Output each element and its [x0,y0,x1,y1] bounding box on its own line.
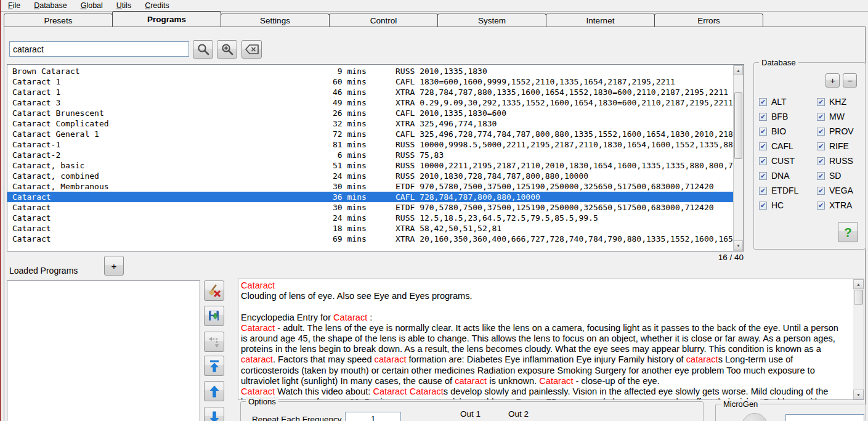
program-duration: 26 mins [333,108,368,118]
add-loaded-program-button[interactable]: + [104,256,124,276]
checkbox-checked-icon[interactable]: ✔ [817,187,825,195]
search-input[interactable] [9,41,189,57]
database-checkbox-mw[interactable]: ✔MW [817,112,854,121]
database-checkbox-xtra[interactable]: ✔XTRA [817,201,854,210]
checkbox-checked-icon[interactable]: ✔ [759,128,767,136]
scrollbar-thumb[interactable] [734,92,742,159]
database-checkbox-cust[interactable]: ✔CUST [759,157,798,165]
checkbox-checked-icon[interactable]: ✔ [759,157,767,165]
scroll-up-button[interactable]: ▲ [734,65,743,75]
database-checkbox-khz[interactable]: ✔KHZ [817,97,854,106]
tab-presets[interactable]: Presets [4,14,113,27]
checkbox-checked-icon[interactable]: ✔ [759,113,767,121]
program-name: Cataract [12,213,333,223]
checkbox-checked-icon[interactable]: ✔ [817,202,825,210]
program-row[interactable]: Cataract30 minsETDF 970,5780,7500,37500,… [7,202,733,213]
save-floppy-icon [207,309,222,324]
database-checkbox-cafl[interactable]: ✔CAFL [759,142,798,150]
program-list-scrollbar[interactable]: ▲ ▼ [733,65,744,251]
tab-settings[interactable]: Settings [221,14,330,27]
program-row[interactable]: Cataract Complicated32 minsXTRA 325,496,… [7,118,733,129]
program-frequencies: CAFL 2010,1335,1830=600 [395,108,733,118]
checkbox-checked-icon[interactable]: ✔ [817,113,825,121]
database-checkbox-rife[interactable]: ✔RIFE [817,142,854,150]
program-row[interactable]: Cataract24 minsRUSS 12.5,18.5,23,64.5,72… [7,213,733,223]
scroll-up-button[interactable]: ▲ [853,279,864,289]
database-checkbox-bfb[interactable]: ✔BFB [759,112,798,121]
program-row[interactable]: Cataract 349 minsXTRA 0.29,9.09,30,292,1… [7,97,733,108]
checkbox-checked-icon[interactable]: ✔ [759,98,767,106]
description-text-segment: Watch this video about: [275,386,373,396]
menu-item-global[interactable]: Global [78,1,105,10]
out2-label: Out 2 [508,409,529,419]
program-row[interactable]: Cataract69 minsXTRA 20,160,350,360,400,6… [7,234,733,244]
checkbox-checked-icon[interactable]: ✔ [759,202,767,210]
search-button[interactable] [193,40,213,59]
help-button[interactable]: ? [838,222,858,242]
program-name: Cataract-2 [12,150,333,160]
move-to-top-button[interactable] [204,356,224,376]
transfer-program-button-disabled[interactable] [204,332,224,352]
checkbox-checked-icon[interactable]: ✔ [817,142,825,150]
microgen-input[interactable] [785,414,864,421]
zoom-search-button[interactable] [217,40,237,59]
move-up-button[interactable] [204,381,224,401]
program-row[interactable]: Cataract 160 minsCAFL 1830=600,1600,9999… [7,76,733,87]
description-text-segment: Cataract [539,376,573,386]
clear-loaded-button[interactable] [204,280,224,301]
description-scrollbar[interactable]: ▲ ▼ [853,279,864,399]
scrollbar-thumb[interactable] [854,290,863,305]
database-checkbox-sd[interactable]: ✔SD [817,171,854,180]
description-text-segment: Cataract [333,313,367,322]
menu-item-utils[interactable]: Utils [114,1,134,10]
program-list[interactable]: Brown Cataract 9 minsRUSS 2010,1335,1830… [7,64,744,251]
database-checkbox-bio[interactable]: ✔BIO [759,127,798,136]
repeat-each-frequency-input[interactable] [345,412,401,421]
program-row[interactable]: Cataract, Membranous30 minsETDF 970,5780… [7,181,733,192]
menu-item-credits[interactable]: Credits [142,1,172,10]
menu-item-database[interactable]: Database [31,1,70,10]
tab-internet[interactable]: Internet [546,14,655,27]
scroll-down-button[interactable]: ▼ [853,390,864,399]
checkbox-checked-icon[interactable]: ✔ [759,142,767,150]
move-down-button[interactable] [204,407,224,421]
loaded-programs-list[interactable] [7,280,200,421]
program-row[interactable]: Cataract, basic51 minsRUSS 10000,2211,21… [7,160,733,171]
program-frequencies: XTRA 58,42,50,51,52,81 [395,223,733,234]
program-row[interactable]: Cataract-181 minsRUSS 10000,9998.5,5000,… [7,139,733,150]
database-checkbox-prov[interactable]: ✔PROV [817,127,854,136]
checkbox-checked-icon[interactable]: ✔ [817,128,825,136]
program-row[interactable]: Cataract, combined24 minsRUSS 2010,1830,… [7,171,733,181]
tab-system[interactable]: System [437,14,546,27]
program-name: Cataract Complicated [12,118,333,129]
program-row[interactable]: Cataract-2 6 minsRUSS 75,83 [7,150,733,160]
database-checkbox-vega[interactable]: ✔VEGA [817,186,854,195]
program-row[interactable]: Cataract 146 minsXTRA 728,784,787,880,13… [7,87,733,97]
database-checkbox-alt[interactable]: ✔ALT [759,97,798,106]
deselect-all-databases-button[interactable]: − [843,73,857,88]
program-row[interactable]: Brown Cataract 9 minsRUSS 2010,1335,1830 [7,66,733,76]
checkbox-checked-icon[interactable]: ✔ [817,157,825,165]
database-checkbox-dna[interactable]: ✔DNA [759,171,798,180]
program-name: Cataract 1 [12,76,333,87]
database-checkbox-russ[interactable]: ✔RUSS [817,157,854,165]
tab-errors[interactable]: Errors [654,14,763,27]
clear-search-button[interactable] [241,40,262,59]
program-row[interactable]: Cataract36 minsCAFL 728,784,787,800,880,… [7,192,733,202]
program-row[interactable]: Cataract18 minsXTRA 58,42,50,51,52,81 [7,223,733,234]
checkbox-checked-icon[interactable]: ✔ [759,172,767,180]
menu-item-file[interactable]: File [6,1,23,10]
database-checkbox-hc[interactable]: ✔HC [759,201,798,210]
checkbox-checked-icon[interactable]: ✔ [817,172,825,180]
scroll-down-button[interactable]: ▼ [734,240,743,250]
save-loaded-button[interactable] [204,306,224,326]
program-row[interactable]: Cataract Brunescent26 minsCAFL 2010,1335… [7,108,733,118]
checkbox-checked-icon[interactable]: ✔ [817,98,825,106]
select-all-databases-button[interactable]: + [825,73,840,88]
tab-programs[interactable]: Programs [112,11,221,27]
program-row[interactable]: Cataract General 172 minsCAFL 325,496,72… [7,129,733,139]
database-checkbox-etdfl[interactable]: ✔ETDFL [759,186,798,195]
program-description-panel[interactable]: Cataract Clouding of lens of eye. Also s… [238,279,864,400]
checkbox-checked-icon[interactable]: ✔ [759,187,767,195]
tab-control[interactable]: Control [329,14,438,27]
